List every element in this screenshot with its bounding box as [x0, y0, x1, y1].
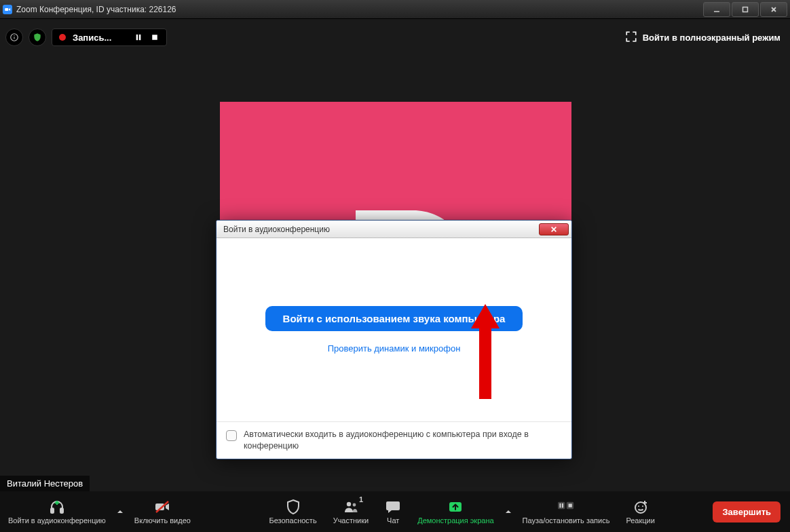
audio-menu-caret[interactable] [114, 491, 126, 532]
end-meeting-button[interactable]: Завершить [713, 501, 780, 522]
dialog-body: Войти с использованием звука компьютера … [217, 238, 571, 421]
svg-rect-0 [5, 7, 8, 10]
svg-rect-10 [152, 35, 157, 40]
chat-icon [385, 499, 401, 515]
window-title: Zoom Конференция, ID участника: 226126 [16, 5, 176, 14]
share-menu-caret[interactable] [502, 491, 514, 532]
recording-indicator: Запись... [52, 28, 167, 46]
dialog-close-button[interactable] [539, 223, 569, 235]
record-dot-icon [59, 34, 66, 41]
fullscreen-icon [625, 31, 637, 45]
reactions-icon [633, 499, 649, 515]
participants-icon [343, 499, 359, 515]
start-video-button[interactable]: Включить видео [126, 491, 199, 532]
shield-icon [285, 499, 301, 515]
svg-rect-2 [743, 7, 748, 12]
zoom-app-icon [3, 5, 12, 14]
window-controls [703, 2, 787, 17]
zoom-app-window: Zoom Конференция, ID участника: 226126 З… [0, 0, 790, 532]
pause-stop-icon [558, 499, 574, 515]
participants-count-badge: 1 [359, 495, 363, 504]
dialog-footer: Автоматически входить в аудиоконференцию… [217, 421, 571, 459]
recording-label: Запись... [73, 33, 127, 43]
svg-point-7 [14, 35, 14, 36]
pause-stop-record-button[interactable]: Пауза/остановить запись [514, 491, 618, 532]
headphones-icon [49, 499, 65, 515]
meeting-controls-bar: Войти в аудиоконференцию Включить видео … [0, 491, 790, 532]
join-audio-button[interactable]: Войти в аудиоконференцию [0, 491, 114, 532]
auto-join-audio-label: Автоматически входить в аудиоконференцию… [244, 429, 562, 452]
recording-stop-button[interactable] [150, 34, 159, 41]
dialog-titlebar: Войти в аудиоконференцию [217, 221, 571, 238]
svg-point-15 [347, 502, 351, 506]
window-titlebar: Zoom Конференция, ID участника: 226126 [0, 0, 790, 19]
svg-rect-22 [569, 504, 572, 507]
share-screen-icon [447, 499, 464, 515]
svg-rect-12 [60, 508, 63, 513]
svg-rect-8 [136, 35, 138, 40]
svg-point-16 [353, 504, 356, 507]
svg-rect-19 [559, 504, 561, 508]
recording-pause-button[interactable] [134, 34, 143, 41]
svg-point-25 [642, 506, 643, 507]
join-with-computer-audio-button[interactable]: Войти с использованием звука компьютера [265, 306, 523, 331]
participants-button[interactable]: 1 Участники [325, 491, 377, 532]
test-speaker-microphone-link[interactable]: Проверить динамик и микрофон [328, 343, 461, 354]
meeting-topbar: Запись... Войти в полноэкранный режим [5, 27, 785, 48]
security-button[interactable]: Безопасность [261, 491, 324, 532]
auto-join-audio-checkbox[interactable] [226, 430, 237, 441]
participant-name-label: Виталий Нестеров [0, 476, 90, 491]
dialog-title: Войти в аудиоконференцию [223, 225, 330, 234]
svg-rect-20 [562, 504, 563, 508]
enter-fullscreen-button[interactable]: Войти в полноэкранный режим [621, 28, 785, 48]
svg-rect-11 [51, 508, 54, 513]
share-screen-button[interactable]: Демонстрация экрана [409, 491, 502, 532]
svg-rect-18 [558, 502, 565, 509]
chat-button[interactable]: Чат [377, 491, 409, 532]
video-off-icon [154, 499, 170, 515]
fullscreen-label: Войти в полноэкранный режим [643, 33, 780, 43]
window-minimize-button[interactable] [703, 2, 730, 17]
meeting-info-button[interactable] [5, 28, 23, 46]
window-close-button[interactable] [760, 2, 787, 17]
reactions-button[interactable]: Реакции [618, 491, 663, 532]
svg-rect-9 [139, 35, 141, 40]
svg-point-24 [638, 506, 639, 507]
join-audio-dialog: Войти в аудиоконференцию Войти с использ… [216, 220, 572, 459]
encryption-shield-icon[interactable] [29, 28, 46, 46]
window-maximize-button[interactable] [732, 2, 759, 17]
